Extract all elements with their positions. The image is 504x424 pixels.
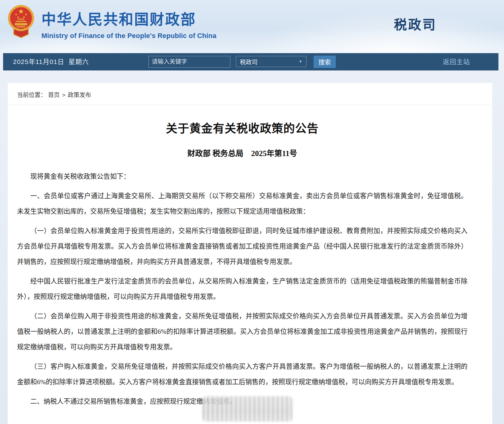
back-to-main-link[interactable]: 返回主站 (443, 53, 470, 70)
article-paragraph: （一）会员单位购入标准黄金用于投资性用途的，交易所实行增值税即征即退，同时免征城… (17, 223, 468, 269)
date-text: 2025年11月01日 星期六 (13, 53, 89, 70)
svg-text:★: ★ (17, 15, 19, 19)
search-input[interactable] (148, 56, 230, 68)
article-paragraph: （三）客户购入标准黄金，交易所免征增值税，并按照实际成交价格向买入方客户开具普通… (17, 359, 468, 390)
site-subtitle-en: Ministry of Finance of the People's Repu… (41, 32, 216, 40)
breadcrumb-section-link[interactable]: 政策发布 (68, 92, 91, 98)
site-brand[interactable]: ★ ★ ★ ★ ★ 中华人民共和国财政部 Ministry of Finance… (7, 4, 216, 40)
breadcrumb-home-link[interactable]: 首页 (48, 92, 60, 98)
article-paragraph: 二、纳税人不通过交易所销售标准黄金，应按照现行规定缴纳增值税。 (17, 394, 468, 409)
chevron-down-icon: ▼ (299, 59, 302, 64)
svg-text:★: ★ (18, 7, 24, 15)
article-paragraph: 经中国人民银行批准生产发行法定金质货币的会员单位，从交易所购入标准黄金，生产销售… (17, 273, 468, 304)
category-selected-value: 税政司 (240, 57, 258, 66)
page-root: ★ ★ ★ ★ ★ 中华人民共和国财政部 Ministry of Finance… (0, 0, 504, 53)
site-title: 中华人民共和国财政部 (41, 7, 216, 29)
breadcrumb-separator: > (62, 92, 66, 98)
site-header: ★ ★ ★ ★ ★ 中华人民共和国财政部 Ministry of Finance… (0, 0, 504, 53)
top-navbar: 2025年11月01日 星期六 税政司 ▼ 搜索 返回主站 (3, 53, 498, 70)
article-issuer-line: 财政部 税务总局 2025年第11号 (17, 147, 468, 158)
announcement-article: 关于黄金有关税收政策的公告 财政部 税务总局 2025年第11号 现将黄金有关税… (8, 119, 492, 422)
brand-text: 中华人民共和国财政部 Ministry of Finance of the Pe… (41, 4, 216, 40)
search-button[interactable]: 搜索 (314, 56, 336, 68)
article-title: 关于黄金有关税收政策的公告 (17, 119, 468, 136)
content-panel: 当前位置： 首页 > 政策发布 关于黄金有关税收政策的公告 财政部 税务总局 2… (8, 83, 492, 424)
breadcrumb-prefix: 当前位置： (17, 92, 46, 98)
breadcrumb: 当前位置： 首页 > 政策发布 (8, 83, 492, 105)
department-title: 税政司 (394, 14, 437, 33)
svg-text:★: ★ (23, 15, 25, 19)
national-emblem-icon: ★ ★ ★ ★ ★ (7, 4, 35, 39)
article-paragraph: 现将黄金有关税收政策公告如下： (17, 169, 468, 184)
article-paragraph: 一、会员单位或客户通过上海黄金交易所、上海期货交易所（以下称交易所）交易标准黄金… (17, 188, 468, 219)
article-paragraph: （二）会员单位购入用于非投资性用途的标准黄金，交易所免征增值税，并按照实际成交价… (17, 308, 468, 355)
category-dropdown[interactable]: 税政司 ▼ (236, 56, 306, 67)
